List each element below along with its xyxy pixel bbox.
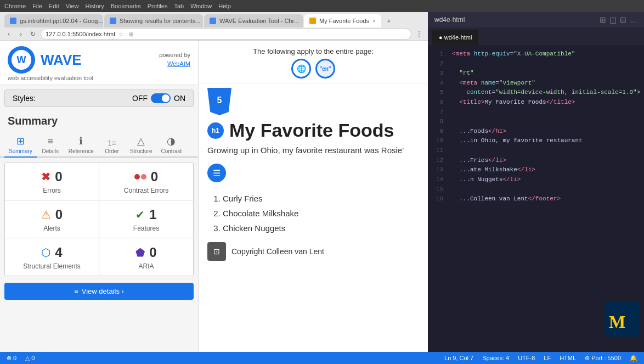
tab-label-2: Showing results for contents... (120, 18, 200, 24)
contrast-tab-label: Contrast (161, 148, 182, 154)
view-details-label: View details › (82, 287, 124, 295)
error-status: ⊗ 0 (7, 355, 16, 362)
features-count-row: ✔ 1 (135, 207, 156, 222)
aria-count-row: ⬟ 0 (135, 245, 156, 260)
os-tab-menu[interactable]: Tab (174, 3, 184, 9)
split-editor-icon[interactable]: ⊞ (600, 15, 606, 24)
banner-text: The following apply to the entire page: (253, 47, 374, 55)
tab-close-3[interactable]: × (302, 18, 303, 24)
wave-powered-text: powered by (159, 52, 190, 58)
view-details-button[interactable]: ≡ View details › (4, 283, 194, 300)
os-menubar: Chrome File Edit View History Bookmarks … (0, 0, 644, 12)
summary-tab-icon: ⊞ (16, 135, 25, 147)
tab-order[interactable]: 1≡ Order (98, 136, 126, 156)
reload-button[interactable]: ↻ (29, 30, 37, 38)
code-editor: wd4e-html ⊞ ◫ ⊟ … ● wd4e-html 1234567891… (428, 12, 644, 352)
os-file-menu[interactable]: File (32, 3, 42, 9)
port-status: ⊛ Port : 5500 (585, 355, 621, 362)
extension-icon[interactable]: ⊞ (127, 30, 135, 38)
structural-cell: ⬡ 4 Structural Elements (5, 238, 99, 276)
tab-summary[interactable]: ⊞ Summary (4, 132, 37, 158)
alerts-label: Alerts (43, 225, 60, 232)
alerts-cell: ⚠ 0 Alerts (5, 200, 99, 238)
browser-body: W WAVE powered by WebAIM web accessibili… (0, 41, 428, 364)
webaim-link[interactable]: WebAIM (167, 60, 190, 67)
alerts-count-row: ⚠ 0 (41, 207, 63, 222)
summary-title: Summary (8, 115, 190, 127)
tab-label-4: My Favorite Foods (319, 18, 369, 24)
tab-close-4[interactable]: × (372, 18, 376, 24)
contrast-icon (134, 174, 146, 180)
structural-icon: ⬡ (41, 246, 50, 259)
tab-structure[interactable]: △ Structure (126, 132, 157, 156)
browser-chrome: gs.introhtml.ppt.02.04 - Goog... × Showi… (0, 12, 428, 41)
page-heading-text: My Favorite Foods (229, 120, 394, 141)
url-text: 127.0.0.1:5500/index.html (46, 31, 115, 37)
structural-label: Structural Elements (23, 262, 81, 270)
editor-tab-label: ● wd4e-html (439, 34, 472, 41)
os-edit-menu[interactable]: Edit (49, 3, 59, 9)
menu-button[interactable]: ⋮ (415, 30, 423, 38)
line-ending-status: LF (544, 355, 551, 361)
structure-tab-label: Structure (130, 148, 152, 154)
browser-tab-2[interactable]: Showing results for contents... × (104, 14, 203, 27)
styles-toggle-row: Styles: OFF ON (4, 89, 194, 107)
os-history-menu[interactable]: History (85, 3, 104, 9)
aria-count: 0 (149, 245, 156, 260)
encoding-status: UTF-8 (518, 355, 535, 361)
editor-tab-main[interactable]: ● wd4e-html (432, 30, 478, 45)
editor-title: wd4e-html (434, 16, 465, 24)
tab-label-1: gs.introhtml.ppt.02.04 - Goog... (20, 18, 103, 24)
tab-favicon-3 (210, 18, 216, 24)
page-banner: The following apply to the entire page: … (199, 41, 428, 83)
footer-row: ⊡ Copyright Colleen van Lent (207, 242, 419, 261)
styles-on-label: ON (174, 94, 185, 103)
list-icon-badge: ☰ (207, 164, 226, 182)
os-view-menu[interactable]: View (66, 3, 79, 9)
tab-reference[interactable]: ℹ Reference (64, 132, 98, 156)
url-bar[interactable]: 127.0.0.1:5500/index.html ☆ ⊞ (41, 29, 411, 40)
browser-tab-3[interactable]: WAVE Evaluation Tool - Chr... × (204, 14, 303, 27)
footer-icon: ⊡ (207, 242, 226, 261)
errors-label: Errors (43, 187, 61, 194)
browser-tab-1[interactable]: gs.introhtml.ppt.02.04 - Goog... × (4, 14, 103, 27)
editor-tabs: ● wd4e-html (428, 27, 644, 45)
close-sidebar-icon[interactable]: ◫ (609, 15, 617, 24)
browser-tab-4[interactable]: My Favorite Foods × (304, 14, 381, 27)
os-window-menu[interactable]: Window (190, 3, 212, 9)
styles-toggle[interactable]: OFF ON (132, 93, 185, 103)
os-chrome-menu[interactable]: Chrome (4, 3, 26, 9)
back-button[interactable]: ‹ (4, 30, 13, 38)
features-count: 1 (149, 207, 156, 222)
tab-details[interactable]: ≡ Details (37, 132, 64, 156)
editor-titlebar: wd4e-html ⊞ ◫ ⊟ … (428, 12, 644, 27)
os-help-menu[interactable]: Help (218, 3, 231, 9)
bookmark-icon[interactable]: ☆ (117, 30, 125, 38)
new-tab-button[interactable]: + (382, 14, 396, 27)
language-status[interactable]: HTML (560, 355, 576, 361)
html5-badge-text: 5 (217, 96, 222, 105)
contrast-errors-cell: 0 Contrast Errors (99, 163, 193, 200)
toggle-track[interactable] (151, 93, 171, 103)
os-bookmarks-menu[interactable]: Bookmarks (111, 3, 141, 9)
styles-off-label: OFF (132, 94, 148, 103)
forward-button[interactable]: › (16, 30, 25, 38)
os-profiles-menu[interactable]: Profiles (148, 3, 168, 9)
wave-powered: powered by WebAIM (159, 52, 190, 68)
wave-logo-text: W (17, 54, 26, 66)
summary-section: Summary (0, 111, 198, 132)
contrast-errors-count: 0 (151, 169, 158, 184)
panel-icon[interactable]: ⊟ (620, 15, 626, 24)
svg-text:M: M (609, 312, 625, 332)
order-tab-icon: 1≡ (108, 139, 116, 147)
notification-icon[interactable]: 🔔 (630, 355, 637, 362)
more-icon[interactable]: … (630, 15, 637, 24)
error-icon: ✖ (41, 170, 50, 183)
list-icon-row: ☰ (207, 159, 419, 187)
food-item-1: Curly Fries (223, 191, 419, 206)
tab-contrast[interactable]: ◑ Contrast (157, 132, 187, 156)
wave-logo-inner: W (12, 50, 31, 70)
tab-favicon-2 (110, 18, 116, 24)
wave-logo-row: W WAVE powered by WebAIM (8, 46, 190, 74)
page-intro: Growing up in Ohio, my favorite restaura… (207, 145, 419, 155)
